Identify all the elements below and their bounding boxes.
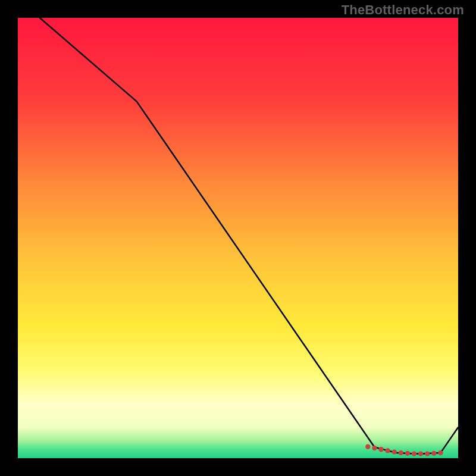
marker-dot xyxy=(399,450,403,455)
marker-dot xyxy=(365,444,370,449)
marker-dot xyxy=(392,449,397,454)
chart-svg xyxy=(18,18,458,458)
plot-area xyxy=(18,18,458,458)
marker-dot xyxy=(418,451,423,456)
marker-dot xyxy=(425,451,430,456)
chart-container: TheBottleneck.com xyxy=(0,0,476,476)
marker-dot xyxy=(431,451,436,456)
watermark-text: TheBottleneck.com xyxy=(342,2,464,18)
marker-dot xyxy=(412,451,416,456)
marker-dot xyxy=(385,448,390,453)
marker-dot xyxy=(372,446,377,450)
marker-dot xyxy=(378,447,383,452)
marker-dot xyxy=(405,451,410,456)
gradient-bg xyxy=(18,18,458,458)
marker-dot xyxy=(438,450,443,455)
